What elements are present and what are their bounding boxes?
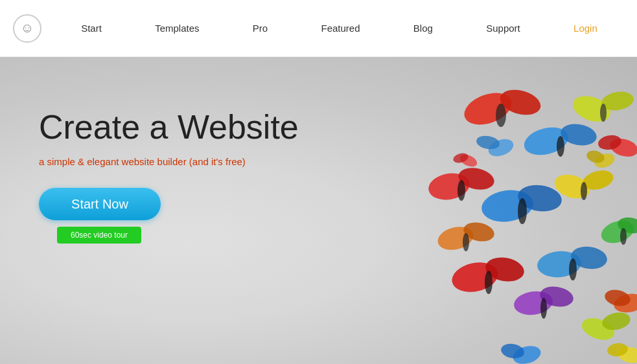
svg-point-8 — [600, 104, 607, 122]
start-now-button[interactable]: Start Now — [39, 188, 161, 220]
nav-templates[interactable]: Templates — [150, 20, 204, 36]
hero-section: Create a Website a simple & elegant webs… — [0, 57, 637, 364]
svg-point-20 — [485, 271, 492, 294]
nav-start[interactable]: Start — [76, 20, 107, 36]
svg-point-31 — [540, 298, 547, 319]
nav-featured[interactable]: Featured — [316, 20, 365, 36]
hero-content: Create a Website a simple & elegant webs… — [39, 109, 299, 244]
svg-point-14 — [518, 198, 527, 224]
nav-support[interactable]: Support — [481, 20, 526, 36]
hero-subtitle-plain: a simple & elegant website builder — [39, 156, 189, 167]
svg-point-2 — [496, 104, 506, 127]
nav-login[interactable]: Login — [568, 20, 603, 36]
svg-point-11 — [457, 180, 465, 201]
hero-subtitle-accent: (and it's free) — [189, 156, 246, 167]
svg-point-23 — [569, 258, 577, 280]
video-tour-button[interactable]: 60sec video tour — [57, 227, 141, 244]
svg-point-17 — [581, 182, 587, 200]
svg-point-34 — [463, 233, 469, 251]
header: ☺ Start Templates Pro Featured Blog Supp… — [0, 0, 637, 57]
nav-blog[interactable]: Blog — [408, 20, 438, 36]
hero-subtitle: a simple & elegant website builder (and … — [39, 156, 299, 167]
logo-icon: ☺ — [21, 21, 34, 36]
butterfly-illustration — [300, 57, 637, 364]
main-nav: Start Templates Pro Featured Blog Suppor… — [54, 20, 624, 36]
nav-pro[interactable]: Pro — [248, 20, 273, 36]
svg-point-5 — [557, 136, 564, 157]
svg-point-26 — [620, 228, 627, 245]
logo[interactable]: ☺ — [13, 14, 41, 43]
hero-title: Create a Website — [39, 109, 299, 146]
butterfly-svg — [300, 57, 637, 364]
